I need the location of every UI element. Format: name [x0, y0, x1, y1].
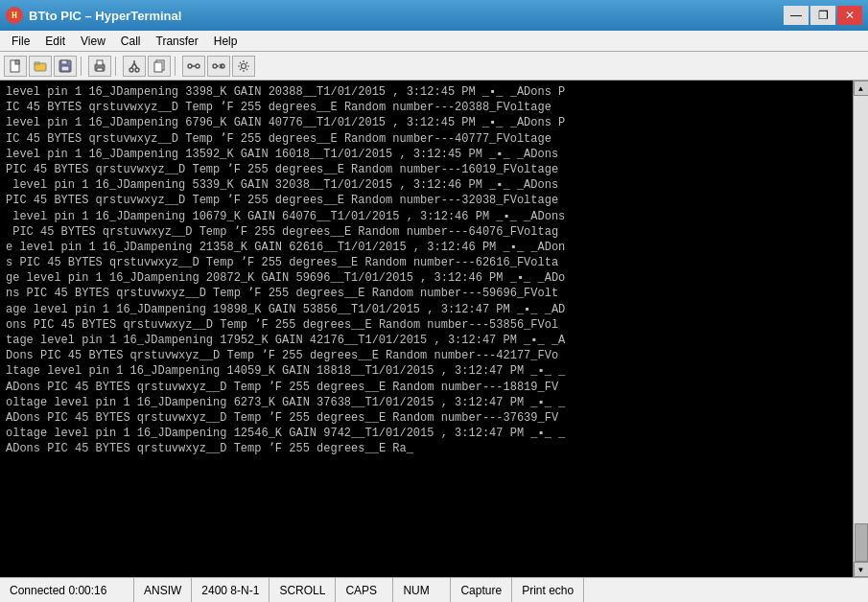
status-print-echo: Print echo: [512, 578, 584, 602]
menu-file[interactable]: File: [4, 33, 37, 50]
svg-rect-8: [97, 60, 103, 65]
menu-call[interactable]: Call: [113, 33, 149, 50]
toolbar-sep-3: [175, 57, 178, 76]
title-bar: H BTto PIC – HyperTerminal — ❐ ✕: [0, 0, 868, 31]
svg-rect-16: [154, 62, 162, 72]
status-encoding: ANSIW: [134, 578, 192, 602]
status-num: NUM: [393, 578, 451, 602]
status-bar: Connected 0:00:16 ANSIW 2400 8-N-1 SCROL…: [0, 577, 868, 602]
title-bar-controls: — ❐ ✕: [784, 6, 862, 25]
toolbar-settings[interactable]: [232, 56, 255, 77]
svg-rect-6: [61, 66, 69, 71]
window-title: BTto PIC – HyperTerminal: [29, 9, 181, 23]
svg-point-20: [213, 64, 217, 68]
svg-point-11: [135, 68, 139, 72]
svg-point-18: [196, 64, 199, 68]
toolbar-open[interactable]: [29, 56, 52, 77]
svg-rect-3: [35, 62, 39, 64]
status-scroll: SCROLL: [270, 578, 336, 602]
scrollbar-thumb[interactable]: [855, 523, 868, 562]
scrollbar[interactable]: ▲ ▼: [853, 81, 868, 577]
svg-point-10: [129, 68, 133, 72]
scrollbar-down[interactable]: ▼: [854, 562, 869, 577]
toolbar-save[interactable]: [54, 56, 77, 77]
svg-rect-9: [97, 68, 103, 71]
minimize-button[interactable]: —: [784, 6, 809, 25]
app-icon: H: [6, 7, 23, 24]
toolbar-cut[interactable]: [123, 56, 146, 77]
svg-rect-1: [15, 60, 19, 64]
terminal-output[interactable]: level pin 1 16_JDampening 3398_K GAIN 20…: [0, 81, 853, 577]
terminal-wrapper: level pin 1 16_JDampening 3398_K GAIN 20…: [0, 81, 868, 577]
window-frame: H BTto PIC – HyperTerminal — ❐ ✕ File Ed…: [0, 0, 868, 602]
toolbar-connect[interactable]: [182, 56, 205, 77]
toolbar-copy[interactable]: [148, 56, 171, 77]
toolbar-sep-2: [115, 57, 119, 76]
menu-edit[interactable]: Edit: [37, 33, 73, 50]
toolbar-new[interactable]: [4, 56, 27, 77]
scrollbar-up[interactable]: ▲: [854, 81, 869, 96]
svg-point-25: [242, 63, 246, 68]
status-connected: Connected 0:00:16: [0, 578, 134, 602]
menu-view[interactable]: View: [73, 33, 113, 50]
title-bar-left: H BTto PIC – HyperTerminal: [6, 7, 181, 24]
close-button[interactable]: ✕: [837, 6, 862, 25]
toolbar-sep-1: [81, 57, 84, 76]
menu-bar: File Edit View Call Transfer Help: [0, 31, 868, 52]
maximize-button[interactable]: ❐: [810, 6, 835, 25]
status-capture: Capture: [451, 578, 512, 602]
svg-rect-5: [61, 60, 67, 64]
svg-line-12: [131, 63, 134, 68]
menu-transfer[interactable]: Transfer: [149, 33, 206, 50]
toolbar-disconnect[interactable]: [207, 56, 230, 77]
menu-help[interactable]: Help: [206, 33, 246, 50]
svg-point-17: [188, 64, 192, 68]
scrollbar-track[interactable]: [854, 96, 869, 562]
status-baud: 2400 8-N-1: [192, 578, 270, 602]
status-caps: CAPS: [336, 578, 393, 602]
toolbar: [0, 52, 868, 81]
toolbar-print[interactable]: [88, 56, 111, 77]
svg-line-13: [134, 63, 137, 68]
